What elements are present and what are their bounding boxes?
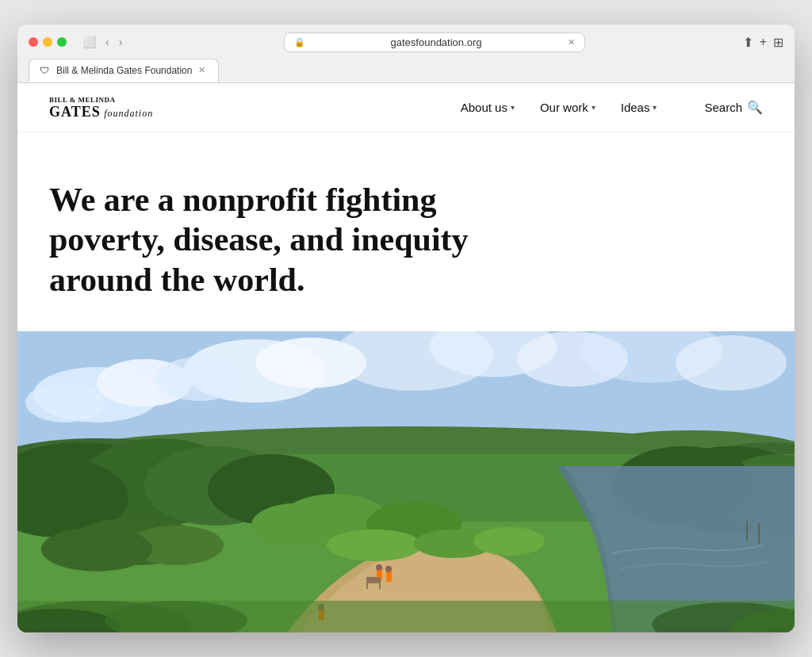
close-button[interactable] — [29, 37, 38, 47]
svg-point-38 — [376, 564, 382, 571]
nav-ideas-label: Ideas — [621, 101, 650, 114]
share-button[interactable]: ⬆ — [743, 35, 753, 50]
tab-bar: 🛡 Bill & Melinda Gates Foundation ✕ — [29, 59, 783, 82]
nav-item-about[interactable]: About us ▾ — [461, 101, 515, 114]
lock-icon: 🔒 — [294, 37, 305, 48]
svg-point-40 — [385, 566, 392, 572]
nav-item-ideas[interactable]: Ideas ▾ — [621, 101, 657, 114]
search-icon: 🔍 — [747, 100, 763, 115]
site-logo[interactable]: Bill & Melinda GATES foundation — [49, 94, 153, 120]
nav-links: About us ▾ Our work ▾ Ideas ▾ — [461, 101, 657, 114]
sidebar-toggle-button[interactable]: ⬜ — [79, 34, 99, 50]
address-bar[interactable]: 🔒 gatesfoundation.org ✕ — [284, 32, 585, 52]
svg-point-28 — [251, 503, 339, 548]
svg-point-36 — [473, 527, 545, 556]
site-navigation: Bill & Melinda GATES foundation About us… — [17, 83, 795, 132]
hero-tagline: We are a nonprofit fighting poverty, dis… — [49, 180, 493, 300]
fullscreen-button[interactable] — [57, 37, 67, 47]
minimize-button[interactable] — [43, 37, 52, 47]
nav-ourwork-label: Our work — [540, 101, 588, 114]
nav-ideas-chevron-icon: ▾ — [653, 103, 657, 112]
website-content: Bill & Melinda GATES foundation About us… — [17, 83, 795, 632]
nav-about-label: About us — [461, 101, 508, 114]
address-bar-area: 🔒 gatesfoundation.org ✕ — [133, 32, 734, 52]
svg-rect-41 — [366, 577, 381, 583]
hero-section: We are a nonprofit fighting poverty, dis… — [17, 132, 795, 331]
nav-item-ourwork[interactable]: Our work ▾ — [540, 101, 596, 114]
nav-about-chevron-icon: ▾ — [511, 103, 515, 112]
svg-point-34 — [327, 529, 422, 561]
svg-point-11 — [676, 335, 787, 391]
nav-ourwork-chevron-icon: ▾ — [592, 103, 596, 112]
clear-url-icon[interactable]: ✕ — [568, 37, 575, 48]
svg-point-33 — [41, 527, 152, 571]
browser-window: ⬜ ‹ › 🔒 gatesfoundation.org ✕ ⬆ + ⊞ — [17, 25, 795, 632]
search-label: Search — [704, 101, 742, 114]
browser-chrome: ⬜ ‹ › 🔒 gatesfoundation.org ✕ ⬆ + ⊞ — [17, 25, 795, 83]
new-tab-button[interactable]: + — [760, 35, 767, 49]
tab-favicon: 🛡 — [39, 65, 50, 76]
browser-controls: ⬜ ‹ › — [79, 34, 125, 50]
svg-rect-39 — [386, 571, 392, 582]
landscape-svg — [17, 331, 795, 632]
logo-bottom-line: GATES foundation — [49, 104, 153, 120]
url-text: gatesfoundation.org — [310, 36, 563, 48]
browser-right-controls: ⬆ + ⊞ — [743, 35, 783, 50]
svg-point-6 — [156, 357, 243, 401]
logo-top-line: Bill & Melinda — [49, 94, 153, 104]
svg-point-3 — [25, 383, 105, 422]
hero-image — [17, 331, 795, 632]
tab-label: Bill & Melinda Gates Foundation — [56, 65, 192, 76]
active-tab[interactable]: 🛡 Bill & Melinda Gates Foundation ✕ — [29, 59, 219, 82]
grid-view-button[interactable]: ⊞ — [773, 35, 783, 50]
browser-topbar: ⬜ ‹ › 🔒 gatesfoundation.org ✕ ⬆ + ⊞ — [29, 32, 783, 52]
traffic-lights — [29, 37, 67, 47]
forward-button[interactable]: › — [116, 34, 126, 50]
back-button[interactable]: ‹ — [102, 34, 113, 50]
tab-close-icon[interactable]: ✕ — [198, 65, 205, 75]
search-button[interactable]: Search 🔍 — [704, 100, 763, 115]
